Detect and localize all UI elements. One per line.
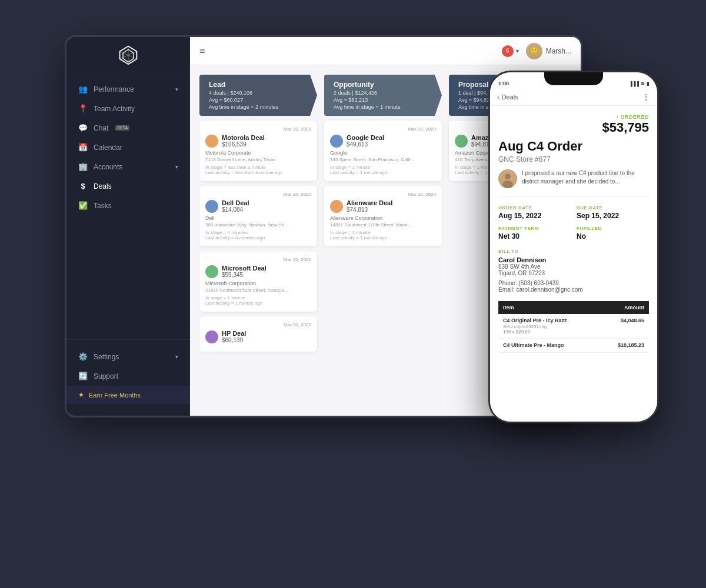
- deal-header: Microsoft Deal $59,345: [205, 265, 311, 278]
- user-name: Marsh...: [546, 47, 571, 55]
- phone-screen: 1:00 ▐▐▐ ≋ ▮ ‹ Deals ⋮ › ORDERED: [490, 72, 657, 422]
- chevron-down-icon: ▾: [516, 48, 519, 54]
- deal-avatar: [205, 265, 218, 278]
- earn-free-label: Earn Free Months: [89, 392, 141, 399]
- fulfilled-value: No: [577, 232, 649, 240]
- phone-menu-button[interactable]: ⋮: [642, 92, 650, 102]
- order-status-row: › ORDERED $53,795: [498, 114, 649, 135]
- stage-header-opportunity: Opportunity 2 deals | $124,426 Avg = $62…: [324, 75, 442, 116]
- stage-meta: 2 deals | $124,426: [334, 90, 434, 96]
- menu-button[interactable]: ≡: [199, 46, 205, 56]
- deal-company: Alienware Corporation: [330, 215, 436, 221]
- chevron-left-icon: ‹: [497, 93, 499, 101]
- deal-header: Alienware Deal $74,813: [330, 199, 436, 213]
- fulfilled-label: FUFILLED: [577, 226, 649, 231]
- col-amount: Amount: [600, 301, 649, 314]
- sidebar-item-team-activity[interactable]: 📍 Team Activity: [66, 99, 190, 118]
- sidebar-item-accounts[interactable]: 🏢 Accounts ▾: [66, 157, 190, 176]
- deal-date: Mar 20, 2020: [205, 322, 311, 328]
- deal-date: Mar 20, 2020: [330, 192, 436, 197]
- due-date-value: Sep 15, 2022: [577, 212, 649, 220]
- user-menu[interactable]: 🙂 Marsh...: [526, 43, 571, 59]
- wifi-icon: ≋: [641, 81, 645, 86]
- sidebar-item-label: Support: [94, 372, 118, 380]
- deal-company: Google: [330, 150, 436, 156]
- detail-grid: ORDER DATE Aug 15, 2022 DUE DATE Sep 15,…: [498, 205, 649, 240]
- sidebar-item-tasks[interactable]: ✅ Tasks: [66, 196, 190, 215]
- deal-card[interactable]: Mar 20, 2020 HP Deal $60,139: [199, 316, 317, 352]
- deal-company: Microsoft Corporation: [205, 280, 311, 286]
- due-date-field: DUE DATE Sep 15, 2022: [577, 205, 649, 220]
- phone-body: › ORDERED $53,795 Aug C4 Order GNC Store…: [490, 106, 657, 422]
- sidebar-item-chat[interactable]: 💬 Chat BETA: [66, 118, 190, 138]
- deal-date: Mar 20, 2020: [330, 126, 436, 132]
- deal-amount: $14,084: [222, 206, 249, 213]
- table-row: C4 Original Pre - Icy Razz SKU c4pre2935…: [498, 314, 649, 339]
- deal-header: HP Deal $60,139: [205, 330, 311, 343]
- bill-phone: Phone: (503) 603-0439: [498, 280, 649, 286]
- due-date-label: DUE DATE: [577, 205, 649, 211]
- stage-header-lead: Lead 4 deals | $240,106 Avg = $60,027 Av…: [199, 75, 317, 116]
- ordered-badge: › ORDERED $53,795: [602, 114, 649, 135]
- deal-card[interactable]: Mar 20, 2020 Motorola Deal $106,539 Moto…: [199, 121, 317, 181]
- table-row: C4 Ultimate Pre - Mango $10,185.23: [498, 339, 649, 353]
- order-date-label: ORDER DATE: [498, 205, 571, 211]
- earn-free-months-button[interactable]: ★ Earn Free Months: [66, 386, 190, 404]
- deal-header: Motorola Deal $106,539: [205, 134, 311, 148]
- bill-to-name: Carol Dennison: [498, 256, 649, 263]
- avatar-image: [498, 169, 517, 188]
- sidebar-item-label: Deals: [94, 182, 112, 191]
- deal-in-stage: In stage = 1 minute: [330, 230, 436, 235]
- sidebar-item-label: Team Activity: [94, 105, 135, 113]
- signal-icon: ▐▐▐: [629, 81, 639, 86]
- battery-icon: ▮: [647, 81, 649, 86]
- sidebar: 👥 Performance ▾ 📍 Team Activity 💬 Chat B…: [66, 37, 190, 416]
- item-amount: $4,048.65: [600, 314, 649, 339]
- items-table: Item Amount C4 Original Pre - Icy Razz S…: [498, 301, 649, 353]
- deal-last-activity: Last activity = 1 minute ago: [330, 235, 436, 240]
- bill-section: BILL TO Carol Dennison 838 SW 4th Ave Ti…: [498, 249, 649, 293]
- sidebar-item-performance[interactable]: 👥 Performance ▾: [66, 79, 190, 99]
- performance-icon: 👥: [78, 85, 88, 93]
- deal-address: 14591 Southwest 120th Street, Miami...: [330, 222, 436, 228]
- payment-term-value: Net 30: [498, 232, 571, 240]
- sidebar-item-support[interactable]: 🔄 Support: [66, 366, 190, 386]
- deal-avatar: [205, 135, 218, 148]
- back-label: Deals: [502, 93, 518, 101]
- back-button[interactable]: ‹ Deals: [497, 93, 518, 101]
- support-icon: 🔄: [78, 372, 88, 380]
- sidebar-item-settings[interactable]: ⚙️ Settings ▾: [66, 347, 190, 366]
- item-qty: 135 x $29.99: [503, 329, 595, 335]
- sidebar-item-deals[interactable]: $ Deals: [66, 176, 190, 196]
- star-icon: ★: [78, 391, 84, 399]
- deal-card[interactable]: Mar 20, 2020 Dell Deal $14,084 Dell 300 …: [199, 186, 317, 246]
- deal-card[interactable]: Mar 20, 2020 Microsoft Deal $59,345 Micr…: [199, 251, 317, 312]
- note-section: I proposed a our new C4 product line to …: [498, 169, 649, 197]
- deal-card[interactable]: Mar 20, 2020 Google Deal $49,613 Google …: [324, 121, 442, 181]
- stage-avg: Avg = $60,027: [209, 97, 309, 103]
- item-cell: C4 Original Pre - Icy Razz SKU c4pre2935…: [498, 314, 600, 339]
- deal-date: Mar 20, 2020: [205, 257, 311, 262]
- deal-amount: $106,539: [222, 141, 265, 148]
- sidebar-item-label: Tasks: [94, 202, 112, 210]
- notification-area: 6 ▾: [502, 45, 519, 57]
- deal-card[interactable]: Mar 20, 2020 Alienware Deal $74,813 Alie…: [324, 186, 442, 246]
- item-name: C4 Original Pre - Icy Razz: [503, 318, 595, 323]
- deal-in-stage: In stage = less than a minute: [205, 165, 311, 170]
- avatar: 🙂: [526, 43, 542, 59]
- sidebar-item-calendar[interactable]: 📅 Calendar: [66, 138, 190, 157]
- notification-badge[interactable]: 6: [502, 45, 514, 57]
- sidebar-bottom: ⚙️ Settings ▾ 🔄 Support ★ Earn Free Mont…: [66, 339, 190, 416]
- ordered-amount: $53,795: [602, 120, 649, 135]
- order-date-field: ORDER DATE Aug 15, 2022: [498, 205, 571, 220]
- deal-amount: $60,139: [222, 337, 246, 343]
- deal-avatar: [205, 200, 218, 213]
- deal-avatar: [330, 135, 343, 148]
- payment-term-field: PAYMENT TERM Net 30: [498, 226, 571, 240]
- sidebar-logo: [66, 37, 190, 72]
- chevron-icon: ▾: [175, 354, 178, 360]
- tasks-icon: ✅: [78, 201, 88, 210]
- deal-last-activity: Last activity = 1 minute ago: [330, 170, 436, 175]
- order-date-value: Aug 15, 2022: [498, 212, 571, 220]
- status-time: 1:00: [498, 81, 509, 86]
